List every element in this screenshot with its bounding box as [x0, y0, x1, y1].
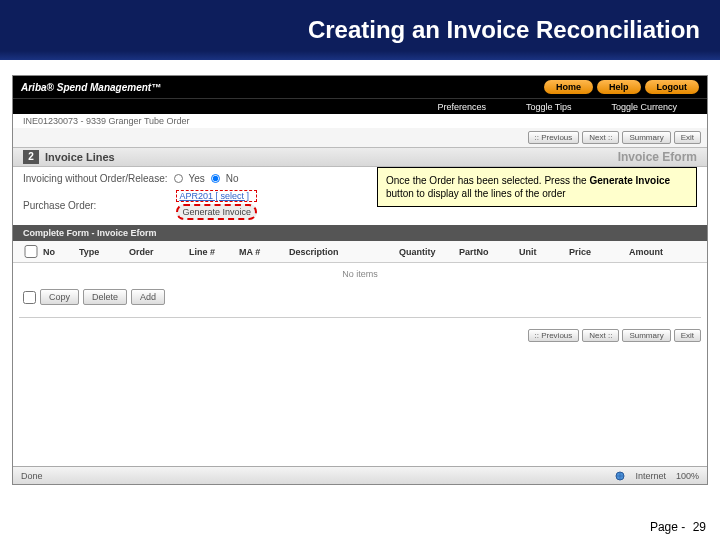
po-label: Purchase Order: — [23, 200, 96, 211]
next-button-bottom[interactable]: Next :: — [582, 329, 619, 342]
help-button[interactable]: Help — [597, 80, 641, 94]
col-partno: PartNo — [459, 247, 519, 257]
toggle-tips-link[interactable]: Toggle Tips — [526, 102, 572, 112]
slide-title-banner: Creating an Invoice Reconciliation — [0, 0, 720, 60]
col-amount: Amount — [629, 247, 699, 257]
previous-button-bottom[interactable]: :: Previous — [528, 329, 580, 342]
radio-yes[interactable] — [174, 174, 183, 183]
status-zoom: 100% — [676, 471, 699, 481]
section-title: Invoice Lines — [45, 151, 115, 163]
generate-invoice-button[interactable]: Generate Invoice — [176, 204, 257, 220]
table-header-row: No Type Order Line # MA # Description Qu… — [13, 241, 707, 263]
status-done: Done — [21, 471, 43, 481]
add-button[interactable]: Add — [131, 289, 165, 305]
section-bar: 2 Invoice Lines Invoice Eform — [13, 147, 707, 167]
exit-button-bottom[interactable]: Exit — [674, 329, 701, 342]
eform-label: Invoice Eform — [618, 150, 697, 164]
yes-label: Yes — [189, 173, 205, 184]
lines-header: Complete Form - Invoice Eform — [13, 225, 707, 241]
line-actions: Copy Delete Add — [13, 285, 707, 309]
home-button[interactable]: Home — [544, 80, 593, 94]
brand-logo: Ariba® Spend Management™ — [21, 82, 161, 93]
no-label: No — [226, 173, 239, 184]
next-button[interactable]: Next :: — [582, 131, 619, 144]
sub-header: Preferences Toggle Tips Toggle Currency — [13, 98, 707, 114]
embedded-screenshot: Ariba® Spend Management™ Home Help Logou… — [12, 75, 708, 485]
preferences-link[interactable]: Preferences — [437, 102, 486, 112]
q1-label: Invoicing without Order/Release: — [23, 173, 168, 184]
col-quantity: Quantity — [399, 247, 459, 257]
col-description: Description — [289, 247, 399, 257]
col-price: Price — [569, 247, 629, 257]
delete-button[interactable]: Delete — [83, 289, 127, 305]
status-internet: Internet — [635, 471, 666, 481]
col-type: Type — [79, 247, 129, 257]
top-toolbar: :: Previous Next :: Summary Exit — [13, 128, 707, 147]
divider — [19, 317, 701, 318]
instruction-callout: Once the Order has been selected. Press … — [377, 167, 697, 207]
po-select-link[interactable]: APR201 [ select ] — [176, 190, 257, 202]
toggle-currency-link[interactable]: Toggle Currency — [611, 102, 677, 112]
callout-text-1: Once the Order has been selected. Press … — [386, 175, 589, 186]
col-ma: MA # — [239, 247, 289, 257]
step-number-badge: 2 — [23, 150, 39, 164]
breadcrumb: INE01230073 - 9339 Granger Tube Order — [13, 114, 707, 128]
col-no: No — [43, 247, 79, 257]
browser-statusbar: Done Internet 100% — [13, 466, 707, 484]
slide-page-footer: Page - 29 — [650, 520, 706, 534]
col-line: Line # — [189, 247, 239, 257]
logout-button[interactable]: Logout — [645, 80, 700, 94]
summary-button-bottom[interactable]: Summary — [622, 329, 670, 342]
bottom-toolbar: :: Previous Next :: Summary Exit — [13, 326, 707, 345]
page-number: 29 — [693, 520, 706, 534]
top-nav: Home Help Logout — [544, 80, 699, 94]
radio-no[interactable] — [211, 174, 220, 183]
select-all-checkbox[interactable] — [19, 245, 43, 258]
summary-button[interactable]: Summary — [622, 131, 670, 144]
copy-button[interactable]: Copy — [40, 289, 79, 305]
slide-title: Creating an Invoice Reconciliation — [308, 16, 700, 44]
internet-globe-icon — [615, 471, 625, 481]
app-header: Ariba® Spend Management™ Home Help Logou… — [13, 76, 707, 98]
col-order: Order — [129, 247, 189, 257]
callout-text-2: button to display all the lines of the o… — [386, 188, 566, 199]
callout-bold: Generate Invoice — [589, 175, 670, 186]
invoice-form: Invoicing without Order/Release: Yes No … — [13, 167, 707, 225]
row-checkbox[interactable] — [23, 291, 36, 304]
page-label: Page - — [650, 520, 685, 534]
previous-button[interactable]: :: Previous — [528, 131, 580, 144]
col-unit: Unit — [519, 247, 569, 257]
no-items-message: No items — [13, 263, 707, 285]
exit-button[interactable]: Exit — [674, 131, 701, 144]
